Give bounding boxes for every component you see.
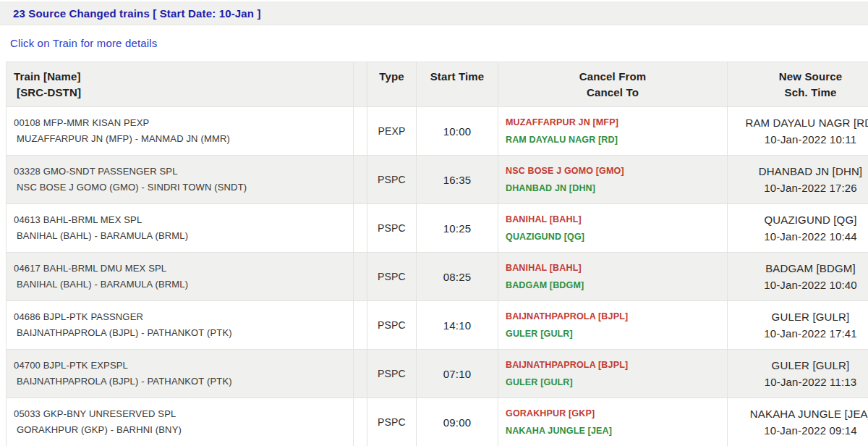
cancel-to-station: GULER [GULR] xyxy=(506,377,726,388)
train-cell: 05033 GKP-BNY UNRESERVED SPL GORAKHPUR (… xyxy=(7,398,354,446)
train-type: PSPC xyxy=(367,398,417,446)
table-row: 04686 BJPL-PTK PASSNGER BAIJNATHPAPROLA … xyxy=(7,301,868,350)
header-new-source-line2: Sch. Time xyxy=(728,85,868,101)
cancel-to-station: GULER [GULR] xyxy=(506,329,726,340)
header-cancel-to: Cancel To xyxy=(499,85,726,101)
new-source-sch-time: 10-Jan-2022 17:26 xyxy=(728,180,868,196)
cancel-to-station: RAM DAYALU NAGR [RD] xyxy=(506,135,726,146)
header-train: Train [Name] [SRC-DSTN] xyxy=(7,62,354,107)
cancel-from-station: MUZAFFARPUR JN [MFP] xyxy=(506,117,726,128)
new-source-sch-time: 10-Jan-2022 09:14 xyxy=(728,422,868,439)
cancel-from-station: BANIHAL [BAHL] xyxy=(506,214,726,225)
source-changed-trains-table: Train [Name] [SRC-DSTN] Type Start Time … xyxy=(6,62,868,446)
train-cell: 00108 MFP-MMR KISAN PEXP MUZAFFARPUR JN … xyxy=(7,107,354,156)
train-link[interactable]: 04613 BAHL-BRML MEX SPL xyxy=(14,212,352,228)
header-spacer xyxy=(354,62,367,107)
new-source-sch-time: 10-Jan-2022 10:40 xyxy=(728,277,868,293)
cancel-cell: BANIHAL [BAHL] BADGAM [BDGM] xyxy=(498,253,728,301)
cancel-cell: NSC BOSE J GOMO [GMO] DHANBAD JN [DHN] xyxy=(498,156,728,204)
train-type: PSPC xyxy=(367,156,417,204)
spacer-cell xyxy=(354,398,367,446)
new-source-cell: NAKAHA JUNGLE [JEA] 10-Jan-2022 09:14 xyxy=(728,398,868,446)
spacer-cell xyxy=(354,253,367,301)
new-source-cell: GULER [GULR] 10-Jan-2022 11:13 xyxy=(728,350,868,398)
new-source-cell: QUAZIGUND [QG] 10-Jan-2022 10:44 xyxy=(728,204,868,253)
new-source-cell: DHANBAD JN [DHN] 10-Jan-2022 17:26 xyxy=(728,156,868,204)
new-source-sch-time: 10-Jan-2022 11:13 xyxy=(728,374,868,390)
train-link[interactable]: 03328 GMO-SNDT PASSENGER SPL xyxy=(14,164,352,180)
cancel-cell: MUZAFFARPUR JN [MFP] RAM DAYALU NAGR [RD… xyxy=(498,107,728,156)
cancel-cell: BANIHAL [BAHL] QUAZIGUND [QG] xyxy=(498,204,728,253)
new-source-station: QUAZIGUND [QG] xyxy=(728,211,868,228)
train-route: BANIHAL (BAHL) - BARAMULA (BRML) xyxy=(17,228,352,244)
cancel-from-station: BANIHAL [BAHL] xyxy=(506,263,726,274)
train-type: PSPC xyxy=(367,204,417,253)
train-link[interactable]: 00108 MFP-MMR KISAN PEXP xyxy=(14,115,352,131)
new-source-cell: BADGAM [BDGM] 10-Jan-2022 10:40 xyxy=(728,253,868,301)
train-link[interactable]: 04617 BAHL-BRML DMU MEX SPL xyxy=(14,261,352,277)
new-source-station: BADGAM [BDGM] xyxy=(728,260,868,277)
cancel-cell: BAIJNATHPAPROLA [BJPL] GULER [GULR] xyxy=(498,301,728,350)
start-time: 16:35 xyxy=(417,156,498,204)
cancel-to-station: BADGAM [BDGM] xyxy=(506,280,726,291)
header-type: Type xyxy=(367,62,417,107)
cancel-from-station: NSC BOSE J GOMO [GMO] xyxy=(506,166,726,177)
train-cell: 04686 BJPL-PTK PASSNGER BAIJNATHPAPROLA … xyxy=(7,301,354,350)
train-route: BANIHAL (BAHL) - BARAMULA (BRML) xyxy=(17,277,352,293)
cancel-to-station: QUAZIGUND [QG] xyxy=(506,232,726,243)
train-type: PSPC xyxy=(367,350,417,398)
table-row: 04700 BJPL-PTK EXPSPL BAIJNATHPAPROLA (B… xyxy=(7,350,868,398)
train-link[interactable]: 05033 GKP-BNY UNRESERVED SPL xyxy=(14,406,352,422)
cancel-cell: GORAKHPUR [GKP] NAKAHA JUNGLE [JEA] xyxy=(498,398,728,446)
table-row: 04617 BAHL-BRML DMU MEX SPL BANIHAL (BAH… xyxy=(7,253,868,301)
header-new-source: New Source Sch. Time xyxy=(728,62,868,107)
train-cell: 03328 GMO-SNDT PASSENGER SPL NSC BOSE J … xyxy=(7,156,354,204)
cancel-from-station: GORAKHPUR [GKP] xyxy=(506,408,726,419)
table-row: 00108 MFP-MMR KISAN PEXP MUZAFFARPUR JN … xyxy=(7,107,868,156)
page-title: 23 Source Changed trains [ Start Date: 1… xyxy=(13,7,261,20)
new-source-sch-time: 10-Jan-2022 10:11 xyxy=(728,131,868,148)
start-time: 07:10 xyxy=(417,350,498,398)
new-source-station: DHANBAD JN [DHN] xyxy=(728,163,868,180)
train-route: BAIJNATHPAPROLA (BJPL) - PATHANKOT (PTK) xyxy=(17,325,352,341)
spacer-cell xyxy=(354,204,367,253)
header-train-line1: Train [Name] xyxy=(14,69,352,85)
start-time: 09:00 xyxy=(417,398,498,446)
spacer-cell xyxy=(354,156,367,204)
start-time: 10:25 xyxy=(417,204,498,253)
table-row: 05033 GKP-BNY UNRESERVED SPL GORAKHPUR (… xyxy=(7,398,868,446)
header-cancel-from: Cancel From xyxy=(499,69,726,85)
click-train-hint: Click on Train for more details xyxy=(10,37,868,49)
train-route: BAIJNATHPAPROLA (BJPL) - PATHANKOT (PTK) xyxy=(17,374,352,390)
new-source-cell: GULER [GULR] 10-Jan-2022 17:41 xyxy=(728,301,868,350)
train-link[interactable]: 04700 BJPL-PTK EXPSPL xyxy=(14,358,352,374)
train-route: NSC BOSE J GOMO (GMO) - SINDRI TOWN (SND… xyxy=(17,180,352,195)
train-cell: 04617 BAHL-BRML DMU MEX SPL BANIHAL (BAH… xyxy=(7,253,354,301)
page-header-bar: 23 Source Changed trains [ Start Date: 1… xyxy=(0,1,868,25)
new-source-cell: RAM DAYALU NAGR [RD] 10-Jan-2022 10:11 xyxy=(728,107,868,156)
train-type: PSPC xyxy=(367,253,417,301)
header-start-time: Start Time xyxy=(417,62,498,107)
train-type: PSPC xyxy=(367,301,417,350)
train-type: PEXP xyxy=(367,107,417,156)
train-link[interactable]: 04686 BJPL-PTK PASSNGER xyxy=(14,309,352,325)
train-cell: 04700 BJPL-PTK EXPSPL BAIJNATHPAPROLA (B… xyxy=(7,350,354,398)
start-time: 08:25 xyxy=(417,253,498,301)
cancel-cell: BAIJNATHPAPROLA [BJPL] GULER [GULR] xyxy=(498,350,728,398)
train-table-body: 00108 MFP-MMR KISAN PEXP MUZAFFARPUR JN … xyxy=(7,107,868,446)
cancel-to-station: DHANBAD JN [DHN] xyxy=(506,183,726,194)
table-row: 04613 BAHL-BRML MEX SPL BANIHAL (BAHL) -… xyxy=(7,204,868,253)
header-cancel-from-to: Cancel From Cancel To xyxy=(498,62,728,107)
table-row: 03328 GMO-SNDT PASSENGER SPL NSC BOSE J … xyxy=(7,156,868,204)
cancel-from-station: BAIJNATHPAPROLA [BJPL] xyxy=(506,311,726,322)
new-source-station: RAM DAYALU NAGR [RD] xyxy=(728,114,868,131)
spacer-cell xyxy=(354,107,367,156)
cancel-from-station: BAIJNATHPAPROLA [BJPL] xyxy=(506,360,726,371)
new-source-station: GULER [GULR] xyxy=(728,308,868,325)
spacer-cell xyxy=(354,350,367,398)
train-route: GORAKHPUR (GKP) - BARHNI (BNY) xyxy=(17,422,352,438)
new-source-station: GULER [GULR] xyxy=(728,357,868,374)
start-time: 14:10 xyxy=(417,301,498,350)
cancel-to-station: NAKAHA JUNGLE [JEA] xyxy=(506,426,726,437)
new-source-sch-time: 10-Jan-2022 10:44 xyxy=(728,228,868,245)
